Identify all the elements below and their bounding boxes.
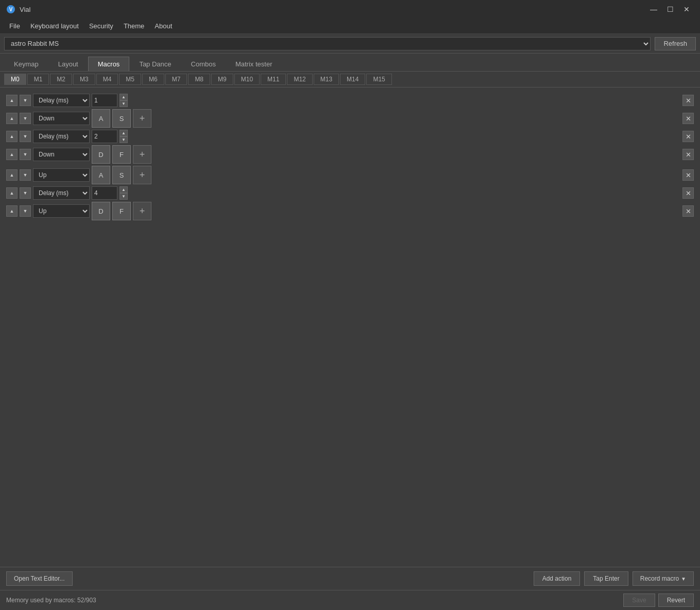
move-up-btn-7[interactable]: ▲	[6, 205, 18, 217]
action-group-6: ▲ ▼ Delay (ms) Down Up ▲ ▼ ✕	[6, 186, 694, 200]
delay-row-3: ▲ ▼ Delay (ms) Down Up ▲ ▼ ✕	[6, 130, 694, 143]
move-up-btn-6[interactable]: ▲	[6, 187, 18, 199]
tab-layout[interactable]: Layout	[48, 57, 88, 71]
maximize-button[interactable]: ☐	[663, 4, 677, 14]
spin-up-1[interactable]: ▲	[119, 94, 128, 100]
move-down-btn-2[interactable]: ▼	[20, 113, 31, 124]
spin-down-3[interactable]: ▼	[119, 136, 128, 143]
move-down-btn-7[interactable]: ▼	[20, 205, 31, 217]
menu-security[interactable]: Security	[84, 20, 118, 32]
macro-tab-m0[interactable]: M0	[4, 74, 26, 85]
delay-value-3[interactable]	[92, 130, 117, 143]
key-btn-4-f[interactable]: F	[112, 145, 131, 164]
action-type-5[interactable]: Up Delay (ms) Down	[33, 168, 90, 182]
macro-tab-m15[interactable]: M15	[366, 74, 391, 85]
spin-down-6[interactable]: ▼	[119, 193, 128, 200]
key-btn-5-s[interactable]: S	[112, 166, 131, 184]
key-btn-4-d[interactable]: D	[92, 145, 110, 164]
macro-tab-m11[interactable]: M11	[261, 74, 286, 85]
record-macro-button[interactable]: Record macro ▼	[633, 571, 694, 586]
remove-btn-4[interactable]: ✕	[682, 149, 694, 160]
move-up-btn-2[interactable]: ▲	[6, 113, 18, 124]
macro-tab-m10[interactable]: M10	[234, 74, 260, 85]
toolbar: astro Rabbit MS Refresh	[0, 34, 700, 54]
refresh-button[interactable]: Refresh	[655, 37, 696, 50]
action-type-4[interactable]: Down Delay (ms) Up	[33, 148, 90, 161]
plus-btn-4[interactable]: +	[133, 145, 151, 164]
plus-btn-5[interactable]: +	[133, 166, 151, 184]
menu-theme[interactable]: Theme	[118, 20, 149, 32]
remove-btn-3[interactable]: ✕	[682, 131, 694, 142]
spin-up-3[interactable]: ▲	[119, 130, 128, 136]
delay-row-1: ▲ ▼ Delay (ms) Down Up ▲ ▼ ✕	[6, 94, 694, 107]
menu-about[interactable]: About	[149, 20, 177, 32]
menu-keyboard-layout[interactable]: Keyboard layout	[25, 20, 84, 32]
delay-value-6[interactable]	[92, 186, 117, 200]
spin-down-1[interactable]: ▼	[119, 100, 128, 107]
tab-combos[interactable]: Combos	[181, 57, 226, 71]
key-btn-5-a[interactable]: A	[92, 166, 110, 184]
action-type-3[interactable]: Delay (ms) Down Up	[33, 130, 90, 143]
add-action-button[interactable]: Add action	[534, 571, 581, 586]
save-button[interactable]: Save	[623, 594, 655, 607]
action-type-7[interactable]: Up Delay (ms) Down	[33, 204, 90, 218]
remove-btn-2[interactable]: ✕	[682, 113, 694, 124]
remove-btn-5[interactable]: ✕	[682, 169, 694, 181]
move-down-btn-4[interactable]: ▼	[20, 149, 31, 160]
plus-btn-7[interactable]: +	[133, 202, 151, 220]
tab-tap-dance[interactable]: Tap Dance	[129, 57, 181, 71]
minimize-button[interactable]: —	[646, 4, 661, 14]
spinner-1: ▲ ▼	[119, 94, 128, 107]
move-down-btn-3[interactable]: ▼	[20, 131, 31, 142]
key-btn-7-d[interactable]: D	[92, 202, 110, 220]
revert-button[interactable]: Revert	[658, 594, 694, 607]
move-up-btn-5[interactable]: ▲	[6, 169, 18, 181]
app-icon: V	[6, 5, 15, 14]
tab-keymap[interactable]: Keymap	[4, 57, 48, 71]
move-up-btn-4[interactable]: ▲	[6, 149, 18, 160]
macro-tab-m5[interactable]: M5	[119, 74, 141, 85]
tab-matrix-tester[interactable]: Matrix tester	[226, 57, 282, 71]
move-down-btn-1[interactable]: ▼	[20, 95, 31, 106]
menu-file[interactable]: File	[4, 20, 25, 32]
macro-tab-m12[interactable]: M12	[287, 74, 312, 85]
move-up-btn-1[interactable]: ▲	[6, 95, 18, 106]
remove-btn-1[interactable]: ✕	[682, 95, 694, 106]
action-type-6[interactable]: Delay (ms) Down Up	[33, 186, 90, 200]
spin-up-6[interactable]: ▲	[119, 186, 128, 193]
delay-value-1[interactable]	[92, 94, 117, 107]
macro-tab-m13[interactable]: M13	[314, 74, 339, 85]
action-group-1: ▲ ▼ Delay (ms) Down Up ▲ ▼ ✕	[6, 94, 694, 107]
macro-tab-m14[interactable]: M14	[340, 74, 365, 85]
tap-enter-button[interactable]: Tap Enter	[584, 571, 628, 586]
key-btn-7-f[interactable]: F	[112, 202, 131, 220]
macro-tab-m4[interactable]: M4	[96, 74, 118, 85]
plus-btn-2[interactable]: +	[133, 109, 151, 128]
remove-btn-6[interactable]: ✕	[682, 187, 694, 199]
move-down-btn-5[interactable]: ▼	[20, 169, 31, 181]
bottombar: Open Text Editor... Add action Tap Enter…	[0, 567, 700, 610]
key-btn-2-s[interactable]: S	[112, 109, 131, 128]
macro-tab-m2[interactable]: M2	[50, 74, 72, 85]
move-down-btn-6[interactable]: ▼	[20, 187, 31, 199]
close-button[interactable]: ✕	[679, 4, 694, 14]
macro-tab-m6[interactable]: M6	[142, 74, 164, 85]
macro-tab-m8[interactable]: M8	[188, 74, 210, 85]
key-row-4: ▲ ▼ Down Delay (ms) Up D F + ✕	[6, 145, 694, 164]
macro-tab-m9[interactable]: M9	[211, 74, 233, 85]
action-bar: Open Text Editor... Add action Tap Enter…	[0, 567, 700, 590]
key-row-2: ▲ ▼ Down Delay (ms) Up A S + ✕	[6, 109, 694, 128]
tab-macros[interactable]: Macros	[88, 57, 130, 71]
move-up-btn-3[interactable]: ▲	[6, 131, 18, 142]
remove-btn-7[interactable]: ✕	[682, 205, 694, 217]
key-btn-2-a[interactable]: A	[92, 109, 110, 128]
open-text-editor-button[interactable]: Open Text Editor...	[6, 571, 73, 586]
macro-tab-m1[interactable]: M1	[27, 74, 49, 85]
action-type-1[interactable]: Delay (ms) Down Up	[33, 94, 90, 107]
action-type-2[interactable]: Down Delay (ms) Up	[33, 112, 90, 125]
dropdown-arrow-icon[interactable]: ▼	[681, 576, 686, 582]
macro-tab-m3[interactable]: M3	[73, 74, 95, 85]
memory-status: Memory used by macros: 52/903	[6, 597, 96, 604]
macro-tab-m7[interactable]: M7	[165, 74, 187, 85]
device-select[interactable]: astro Rabbit MS	[4, 37, 651, 50]
